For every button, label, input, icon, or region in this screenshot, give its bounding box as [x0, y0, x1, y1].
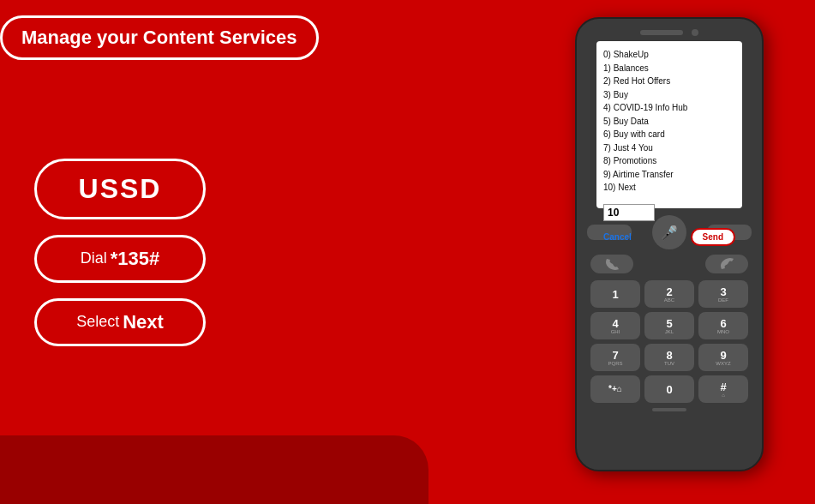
- phone-screen: 0) ShakeUp 1) Balances 2) Red Hot Offers…: [596, 41, 742, 208]
- key-1[interactable]: 1: [590, 280, 640, 308]
- phone-wrapper: 0) ShakeUp 1) Balances 2) Red Hot Offers…: [566, 17, 772, 489]
- key-7[interactable]: 7 PQRS: [590, 344, 640, 371]
- screen-input[interactable]: [603, 204, 655, 221]
- phone-bottom-indicator: [652, 408, 686, 411]
- screen-menu: 0) ShakeUp 1) Balances 2) Red Hot Offers…: [603, 48, 735, 195]
- screen-buttons: Cancel Send: [603, 228, 735, 246]
- menu-item-10: 10) Next: [603, 181, 735, 195]
- key-8[interactable]: 8 TUV: [644, 344, 694, 371]
- ussd-label: USSD: [79, 173, 162, 205]
- key-0[interactable]: 0: [644, 375, 694, 403]
- dial-prefix: Dial: [81, 249, 107, 267]
- phone-top: [577, 19, 762, 36]
- menu-item-9: 9) Airtime Transfer: [603, 168, 735, 182]
- key-3[interactable]: 3 DEF: [698, 280, 748, 308]
- key-star[interactable]: *+⌂: [590, 375, 640, 403]
- end-call-icon: [719, 258, 734, 270]
- menu-item-4: 4) COVID-19 Info Hub: [603, 101, 735, 115]
- phone-speaker: [640, 30, 683, 35]
- left-panel: USSD Dial *135# Select Next: [34, 0, 394, 504]
- call-row: [587, 255, 752, 273]
- phone-camera: [692, 29, 698, 36]
- send-button[interactable]: Send: [691, 228, 735, 246]
- menu-item-0: 0) ShakeUp: [603, 48, 735, 62]
- key-hash[interactable]: # ⌂: [698, 375, 748, 403]
- select-next-badge: Select Next: [34, 298, 206, 346]
- call-button[interactable]: [590, 255, 633, 273]
- key-5[interactable]: 5 JKL: [644, 312, 694, 339]
- menu-item-7: 7) Just 4 You: [603, 141, 735, 155]
- menu-item-5: 5) Buy Data: [603, 115, 735, 129]
- select-next-label: Next: [123, 311, 164, 333]
- phone-body: 0) ShakeUp 1) Balances 2) Red Hot Offers…: [575, 17, 764, 471]
- cancel-button[interactable]: Cancel: [603, 232, 632, 242]
- key-2[interactable]: 2 ABC: [644, 280, 694, 308]
- menu-item-8: 8) Promotions: [603, 154, 735, 168]
- key-9[interactable]: 9 WXYZ: [698, 344, 748, 371]
- key-6[interactable]: 6 MNO: [698, 312, 748, 339]
- keypad: 1 2 ABC 3 DEF 4 GHI 5 JKL: [587, 280, 752, 403]
- dial-badge: Dial *135#: [34, 235, 206, 283]
- dial-code: *135#: [111, 248, 160, 270]
- select-prefix: Select: [76, 313, 119, 331]
- menu-item-6: 6) Buy with card: [603, 128, 735, 141]
- end-call-button[interactable]: [705, 255, 748, 273]
- call-icon: [604, 258, 620, 270]
- menu-item-1: 1) Balances: [603, 62, 735, 75]
- menu-item-3: 3) Buy: [603, 88, 735, 102]
- key-4[interactable]: 4 GHI: [590, 312, 640, 339]
- ussd-badge: USSD: [34, 159, 206, 219]
- menu-item-2: 2) Red Hot Offers: [603, 75, 735, 88]
